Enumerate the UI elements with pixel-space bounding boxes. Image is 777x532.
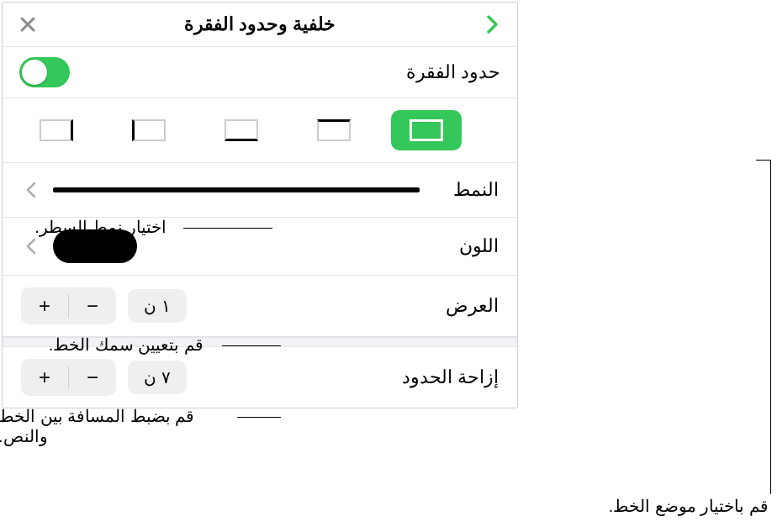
borders-toggle-label: حدود الفقرة — [406, 61, 500, 83]
close-button[interactable] — [16, 13, 40, 36]
chevron-left-icon — [21, 180, 41, 200]
color-label: اللون — [431, 235, 499, 257]
borders-toggle-section: حدود الفقرة — [3, 47, 517, 98]
width-value: ١ ن — [128, 289, 187, 323]
border-top-icon — [317, 119, 351, 141]
border-bottom-icon — [225, 119, 258, 141]
offset-section: إزاحة الحدود ٧ ن − + — [3, 347, 517, 408]
callout-position-line-v — [770, 160, 771, 494]
callout-width: قم بتعيين سمك الخط. — [49, 334, 204, 355]
callout-offset: قم بضبط المسافة بين الخط والنص. — [0, 406, 219, 446]
callout-width-line — [222, 345, 281, 346]
offset-increment[interactable]: + — [21, 359, 68, 396]
offset-decrement[interactable]: − — [69, 359, 116, 396]
style-label: النمط — [431, 179, 499, 201]
panel-header: خلفية وحدود الفقرة — [3, 3, 517, 47]
borders-toggle[interactable] — [19, 57, 70, 87]
width-label: العرض — [431, 295, 499, 317]
border-all-button[interactable] — [391, 110, 462, 150]
border-position-section — [3, 98, 517, 163]
line-style-row[interactable]: النمط — [3, 163, 517, 217]
border-all-icon — [410, 119, 443, 141]
line-style-preview — [53, 187, 420, 192]
back-button[interactable] — [480, 13, 504, 36]
chevron-right-icon — [485, 15, 499, 34]
width-decrement[interactable]: − — [69, 287, 116, 324]
chevron-left-icon — [21, 236, 41, 256]
width-stepper: − + — [21, 287, 116, 324]
border-bottom-button[interactable] — [206, 110, 277, 150]
toggle-knob — [22, 60, 47, 85]
callout-style-line — [183, 228, 272, 229]
callout-position: قم باختيار موضع الخط. — [609, 496, 769, 516]
width-increment[interactable]: + — [21, 287, 68, 324]
border-left-icon — [132, 119, 166, 141]
border-right-button[interactable] — [21, 110, 92, 150]
close-icon — [19, 16, 36, 33]
callout-position-line-h — [756, 160, 771, 161]
offset-stepper: − + — [21, 359, 116, 396]
callout-offset-line — [237, 417, 281, 418]
border-top-button[interactable] — [299, 110, 369, 150]
callout-style: اختيار نمط السطر. — [34, 217, 166, 237]
border-right-icon — [40, 119, 73, 141]
panel-title: خلفية وحدود الفقرة — [40, 13, 480, 35]
style-section: النمط — [3, 163, 517, 218]
offset-label: إزاحة الحدود — [402, 366, 499, 388]
border-left-button[interactable] — [114, 110, 184, 150]
offset-value: ٧ ن — [128, 361, 187, 394]
width-section: العرض ١ ن − + — [3, 276, 517, 337]
